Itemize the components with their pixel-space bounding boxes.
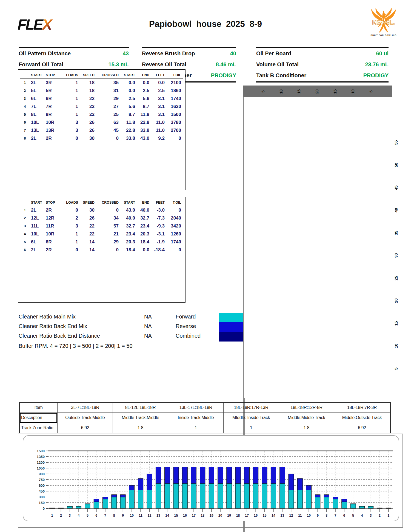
info-row: Oil Pattern Distance43	[19, 48, 129, 59]
bar-reverse	[76, 506, 81, 507]
table-cell: 2R	[45, 207, 63, 213]
table-cell: 5.6	[119, 104, 135, 109]
x-tick-label: 5	[352, 514, 354, 517]
table-cell: 2.5	[149, 88, 165, 93]
bar-reverse	[209, 467, 214, 483]
table-cell: 3	[63, 128, 78, 133]
table-cell: 13R	[45, 128, 63, 133]
bar-forward	[244, 483, 249, 508]
column-header: CROSSED	[95, 201, 119, 204]
x-tick-label: 20	[218, 514, 222, 517]
bar-reverse	[182, 467, 187, 483]
x-tick-label: 3	[69, 514, 71, 517]
column-header: STOP	[45, 201, 63, 204]
bar-reverse	[120, 495, 125, 497]
zone-table-cell: 1.8	[279, 423, 334, 433]
cleaner-ratio-label: Cleaner Ratio Main Mix	[19, 314, 76, 320]
info-group: Oil Per Board60 ulVolume Oil Total23.76 …	[256, 47, 389, 82]
table-cell: 14	[78, 247, 95, 253]
bar-forward	[103, 499, 108, 508]
table-cell: 5L	[30, 88, 45, 93]
table-cell: 33.8	[135, 128, 149, 133]
table-row: 25L5R118310.02.52.51860	[20, 87, 183, 95]
info-value: PRODIGY	[363, 72, 389, 79]
table-cell: 0.0	[135, 80, 149, 86]
table-cell: 3420	[165, 223, 183, 229]
table-cell: 32.7	[119, 223, 135, 229]
x-tick-label: 11	[298, 514, 302, 517]
column-header: START	[30, 201, 45, 204]
table-cell: 18.4	[119, 247, 135, 253]
bar-reverse	[306, 485, 312, 490]
zone-table-row: Item3L-7L:18L-18R8L-12L:18L-18R13L-17L:1…	[20, 403, 390, 413]
table-cell: 29	[95, 96, 119, 101]
bar-forward	[120, 497, 125, 508]
x-tick-label: 4	[361, 514, 363, 517]
table-cell: 1860	[165, 88, 183, 93]
table-cell: 0	[63, 136, 78, 141]
y-tick-label: 150	[39, 501, 45, 505]
table-cell: 57	[95, 223, 119, 229]
y-tick-label: 450	[39, 489, 45, 493]
table-cell: 3	[20, 224, 30, 228]
column-header: END	[135, 73, 149, 77]
table-cell: 3.1	[149, 104, 165, 109]
legend-swatch-combined	[219, 332, 244, 342]
table-cell: 3	[20, 96, 30, 101]
table-cell: 1740	[165, 96, 183, 101]
x-tick-label: 14	[272, 514, 275, 517]
table-cell: 1	[63, 231, 78, 237]
bar-forward	[368, 506, 373, 508]
legend-label: Reverse	[176, 323, 196, 329]
table-cell: 14	[78, 239, 95, 245]
table-cell: 21	[95, 231, 119, 237]
oil-distribution-chart: 0150300450600750900105012001350150012345…	[18, 434, 401, 526]
info-value: 23.76 mL	[365, 61, 389, 68]
bar-forward	[227, 483, 232, 508]
info-value: 8.46 mL	[216, 61, 236, 68]
x-tick-label: 19	[227, 514, 231, 517]
zone-table-cell: 1	[224, 423, 279, 433]
bar-forward	[315, 497, 320, 508]
table-row: 12L2R030043.040.0-3.00	[20, 206, 183, 214]
distance-tick-label: 45	[394, 184, 398, 191]
table-cell: 8.7	[135, 104, 149, 109]
bar-reverse	[112, 495, 117, 497]
bar-forward	[262, 483, 267, 508]
x-tick-label: 3	[370, 514, 372, 517]
zone-table-cell: MIddle: Inside Track	[224, 413, 279, 423]
table-row: 713L13R3264522.833.811.02700	[20, 126, 183, 134]
x-tick-label: 10	[130, 514, 134, 517]
x-tick-label: 19	[210, 514, 213, 517]
y-tick-label: 1500	[37, 449, 45, 453]
distance-tick-label: 40	[394, 207, 398, 214]
column-header: LOADS	[63, 73, 78, 77]
bar-forward	[342, 502, 347, 509]
table-cell: 1	[63, 104, 78, 109]
table-cell: 23.4	[135, 223, 149, 229]
distance-tick-label: 25	[394, 275, 398, 282]
info-row: Reverse Oil Total8.46 mL	[142, 59, 236, 70]
zone-table-cell: 6.92	[334, 423, 390, 433]
table-cell: 33.8	[119, 136, 135, 141]
bar-forward	[289, 490, 294, 508]
table-cell: 1	[63, 239, 78, 245]
x-tick-label: 8	[326, 514, 327, 517]
bar-reverse	[271, 467, 276, 483]
bar-reverse	[227, 467, 232, 483]
zone-table-row: DescriptionOutside Track:MiddleMiddle Tr…	[20, 413, 390, 423]
zone-table-cell: Middle:Outside Track	[334, 413, 390, 423]
x-tick-label: 10	[307, 514, 311, 517]
info-row: Reverse Brush Drop40	[142, 48, 236, 59]
column-header: START	[119, 201, 135, 204]
table-cell: 0	[63, 207, 78, 213]
info-value: 43	[123, 50, 129, 57]
table-cell: 12L	[30, 215, 45, 221]
table-cell: 11.8	[135, 112, 149, 117]
bar-forward	[85, 504, 90, 508]
table-cell: 20.3	[135, 231, 149, 237]
bar-forward	[297, 490, 302, 508]
table-cell: 5	[20, 112, 30, 116]
x-tick-label: 17	[245, 514, 249, 517]
x-tick-label: 13	[280, 514, 284, 517]
